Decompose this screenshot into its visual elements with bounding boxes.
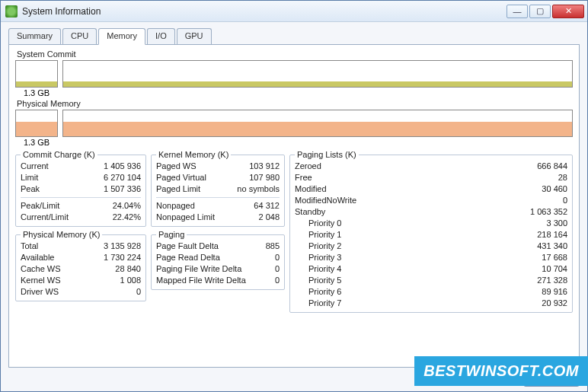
physical-memory-label: Physical Memory [17, 99, 573, 108]
physical-thumb [15, 110, 58, 137]
maximize-button[interactable]: ▢ [529, 5, 551, 18]
commit-thumb [15, 60, 58, 88]
tab-gpu[interactable]: GPU [177, 28, 212, 45]
system-commit-label: System Commit [17, 49, 573, 59]
physical-memory-graph: Physical Memory 1.3 GB [15, 99, 573, 147]
window-title: System Information [22, 6, 507, 17]
physical-memory-legend: Physical Memory (K) [21, 230, 102, 239]
paging-lists-legend: Paging Lists (K) [295, 150, 359, 159]
dialog-buttons: OK [8, 368, 580, 387]
window-buttons: ― ▢ ✕ [507, 5, 584, 18]
commit-history-graph [62, 60, 573, 88]
system-info-window: System Information ― ▢ ✕ Summary CPU Mem… [0, 0, 588, 392]
tab-summary[interactable]: Summary [8, 28, 61, 45]
physical-history-graph [62, 110, 573, 137]
commit-charge-legend: Commit Charge (K) [21, 150, 97, 159]
commit-charge-group: Commit Charge (K) Current1 405 936 Limit… [15, 150, 146, 227]
paging-lists-group: Paging Lists (K) Zeroed666 844 Free28 Mo… [289, 150, 573, 313]
titlebar[interactable]: System Information ― ▢ ✕ [1, 1, 587, 22]
physical-memory-group: Physical Memory (K) Total3 135 928 Avail… [15, 230, 146, 301]
client-area: Summary CPU Memory I/O GPU System Commit… [1, 22, 587, 391]
close-button[interactable]: ✕ [552, 5, 584, 18]
ok-button[interactable]: OK [523, 371, 580, 387]
paging-legend: Paging [156, 230, 187, 239]
kernel-memory-group: Kernel Memory (K) Paged WS103 912 Paged … [151, 150, 285, 227]
memory-panel: System Commit 1.3 GB Physical Memory 1.3… [8, 44, 580, 368]
app-icon [5, 5, 18, 18]
kernel-memory-legend: Kernel Memory (K) [156, 150, 231, 159]
minimize-button[interactable]: ― [507, 5, 528, 18]
tab-io[interactable]: I/O [147, 28, 175, 45]
commit-thumb-value: 1.3 GB [15, 88, 58, 97]
tab-strip: Summary CPU Memory I/O GPU [8, 28, 580, 45]
paging-group: Paging Page Fault Delta885 Page Read Del… [151, 230, 285, 290]
physical-thumb-value: 1.3 GB [15, 138, 58, 147]
tab-memory[interactable]: Memory [98, 28, 145, 45]
tab-cpu[interactable]: CPU [62, 28, 97, 45]
system-commit-graph: System Commit 1.3 GB [15, 49, 573, 97]
stats-columns: Commit Charge (K) Current1 405 936 Limit… [15, 150, 573, 313]
